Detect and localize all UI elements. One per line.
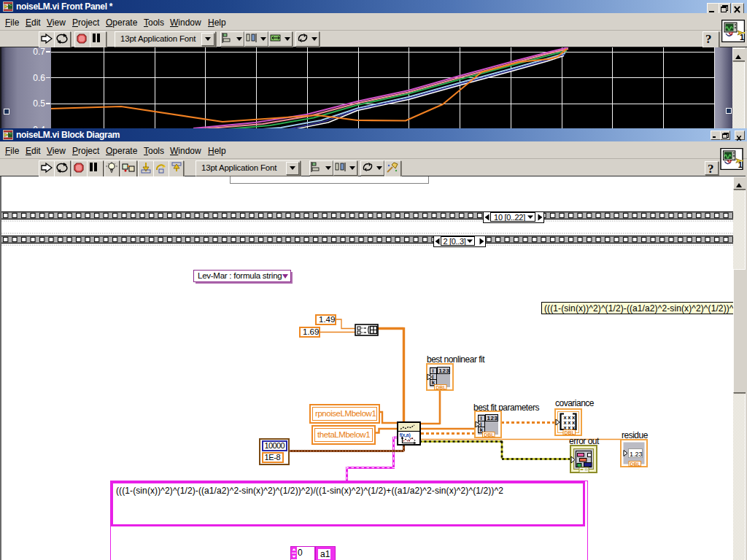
svg-text:DBL: DBL [484, 432, 495, 438]
svg-text:123: 123 [439, 368, 450, 374]
svg-text:f(x,a): f(x,a) [400, 432, 411, 438]
svg-text:DBL: DBL [630, 462, 641, 467]
svg-text:1.23: 1.23 [630, 451, 643, 458]
svg-text:DBL: DBL [436, 385, 446, 390]
svg-text:123: 123 [487, 415, 498, 421]
svg-text:1: 1 [738, 160, 743, 169]
svg-text:DBL: DBL [565, 430, 576, 435]
svg-text:1: 1 [740, 33, 744, 42]
